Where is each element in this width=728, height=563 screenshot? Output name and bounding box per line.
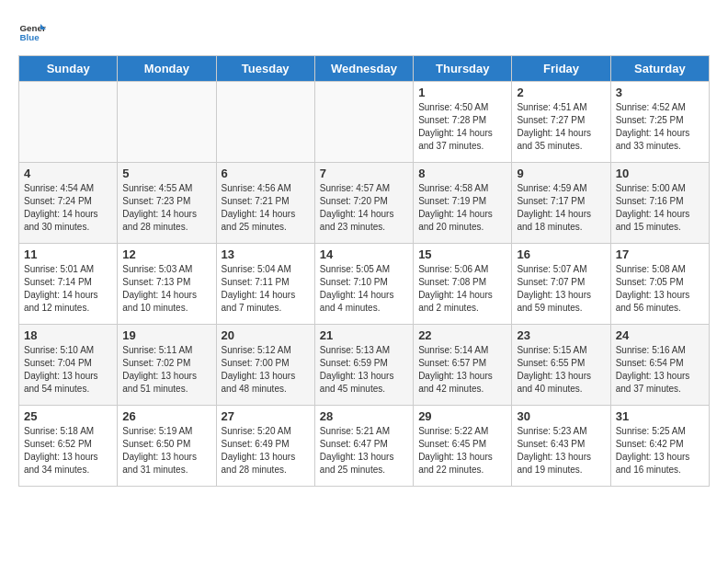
calendar-week-5: 25 Sunrise: 5:18 AM Sunset: 6:52 PM Dayl… [19, 406, 710, 487]
calendar-week-1: 1 Sunrise: 4:50 AM Sunset: 7:28 PM Dayli… [19, 82, 710, 163]
calendar-cell: 2 Sunrise: 4:51 AM Sunset: 7:27 PM Dayli… [512, 82, 610, 163]
calendar-cell: 17 Sunrise: 5:08 AM Sunset: 7:05 PM Dayl… [610, 244, 709, 325]
weekday-header-sunday: Sunday [19, 56, 118, 82]
calendar-cell: 16 Sunrise: 5:07 AM Sunset: 7:07 PM Dayl… [512, 244, 610, 325]
cell-content: Sunrise: 4:57 AM Sunset: 7:20 PM Dayligh… [320, 182, 408, 234]
cell-content: Sunrise: 5:14 AM Sunset: 6:57 PM Dayligh… [418, 344, 506, 396]
calendar-cell: 6 Sunrise: 4:56 AM Sunset: 7:21 PM Dayli… [216, 163, 314, 244]
cell-content: Sunrise: 4:59 AM Sunset: 7:17 PM Dayligh… [517, 182, 605, 234]
cell-content: Sunrise: 4:56 AM Sunset: 7:21 PM Dayligh… [222, 182, 310, 234]
calendar-cell: 8 Sunrise: 4:58 AM Sunset: 7:19 PM Dayli… [414, 163, 512, 244]
calendar-cell [19, 82, 118, 163]
day-number: 1 [418, 86, 506, 99]
cell-content: Sunrise: 5:10 AM Sunset: 7:04 PM Dayligh… [24, 344, 112, 396]
cell-content: Sunrise: 4:50 AM Sunset: 7:28 PM Dayligh… [418, 101, 506, 153]
day-number: 6 [222, 167, 310, 180]
cell-content: Sunrise: 5:19 AM Sunset: 6:50 PM Dayligh… [122, 425, 210, 477]
day-number: 31 [616, 409, 704, 423]
calendar-cell: 24 Sunrise: 5:16 AM Sunset: 6:54 PM Dayl… [610, 325, 709, 406]
calendar-cell: 19 Sunrise: 5:11 AM Sunset: 7:02 PM Dayl… [118, 325, 216, 406]
cell-content: Sunrise: 5:12 AM Sunset: 7:00 PM Dayligh… [222, 344, 310, 396]
day-number: 24 [616, 328, 704, 342]
calendar-week-2: 4 Sunrise: 4:54 AM Sunset: 7:24 PM Dayli… [19, 163, 710, 244]
day-number: 12 [122, 247, 210, 261]
day-number: 29 [418, 409, 506, 423]
weekday-header-thursday: Thursday [414, 56, 512, 82]
day-number: 20 [222, 328, 310, 342]
cell-content: Sunrise: 5:21 AM Sunset: 6:47 PM Dayligh… [320, 425, 408, 477]
day-number: 9 [517, 167, 605, 180]
cell-content: Sunrise: 5:05 AM Sunset: 7:10 PM Dayligh… [320, 263, 408, 315]
weekday-header-wednesday: Wednesday [314, 56, 413, 82]
cell-content: Sunrise: 5:16 AM Sunset: 6:54 PM Dayligh… [616, 344, 704, 396]
weekday-header-tuesday: Tuesday [216, 56, 314, 82]
cell-content: Sunrise: 4:52 AM Sunset: 7:25 PM Dayligh… [616, 101, 704, 153]
calendar-cell: 10 Sunrise: 5:00 AM Sunset: 7:16 PM Dayl… [610, 163, 709, 244]
day-number: 22 [418, 328, 506, 342]
calendar-cell: 30 Sunrise: 5:23 AM Sunset: 6:43 PM Dayl… [512, 406, 610, 487]
day-number: 8 [418, 167, 506, 180]
cell-content: Sunrise: 4:54 AM Sunset: 7:24 PM Dayligh… [24, 182, 112, 234]
day-number: 13 [222, 247, 310, 261]
calendar-cell: 12 Sunrise: 5:03 AM Sunset: 7:13 PM Dayl… [118, 244, 216, 325]
calendar-cell: 7 Sunrise: 4:57 AM Sunset: 7:20 PM Dayli… [314, 163, 413, 244]
calendar-cell [216, 82, 314, 163]
day-number: 27 [222, 409, 310, 423]
day-number: 11 [24, 247, 112, 261]
calendar-cell: 29 Sunrise: 5:22 AM Sunset: 6:45 PM Dayl… [414, 406, 512, 487]
calendar-cell: 4 Sunrise: 4:54 AM Sunset: 7:24 PM Dayli… [19, 163, 118, 244]
weekday-header-saturday: Saturday [610, 56, 709, 82]
calendar-cell [118, 82, 216, 163]
cell-content: Sunrise: 5:18 AM Sunset: 6:52 PM Dayligh… [24, 425, 112, 477]
cell-content: Sunrise: 5:20 AM Sunset: 6:49 PM Dayligh… [222, 425, 310, 477]
day-number: 10 [616, 167, 704, 180]
calendar-cell: 5 Sunrise: 4:55 AM Sunset: 7:23 PM Dayli… [118, 163, 216, 244]
cell-content: Sunrise: 4:51 AM Sunset: 7:27 PM Dayligh… [517, 101, 605, 153]
cell-content: Sunrise: 5:15 AM Sunset: 6:55 PM Dayligh… [517, 344, 605, 396]
weekday-header-row: SundayMondayTuesdayWednesdayThursdayFrid… [19, 56, 710, 82]
day-number: 30 [517, 409, 605, 423]
calendar-cell: 14 Sunrise: 5:05 AM Sunset: 7:10 PM Dayl… [314, 244, 413, 325]
day-number: 25 [24, 409, 112, 423]
cell-content: Sunrise: 5:08 AM Sunset: 7:05 PM Dayligh… [616, 263, 704, 315]
calendar-cell: 21 Sunrise: 5:13 AM Sunset: 6:59 PM Dayl… [314, 325, 413, 406]
cell-content: Sunrise: 5:11 AM Sunset: 7:02 PM Dayligh… [122, 344, 210, 396]
day-number: 19 [122, 328, 210, 342]
cell-content: Sunrise: 5:23 AM Sunset: 6:43 PM Dayligh… [517, 425, 605, 477]
cell-content: Sunrise: 5:22 AM Sunset: 6:45 PM Dayligh… [418, 425, 506, 477]
calendar-cell: 3 Sunrise: 4:52 AM Sunset: 7:25 PM Dayli… [610, 82, 709, 163]
cell-content: Sunrise: 4:58 AM Sunset: 7:19 PM Dayligh… [418, 182, 506, 234]
calendar-cell: 22 Sunrise: 5:14 AM Sunset: 6:57 PM Dayl… [414, 325, 512, 406]
calendar-cell: 27 Sunrise: 5:20 AM Sunset: 6:49 PM Dayl… [216, 406, 314, 487]
calendar-cell: 31 Sunrise: 5:25 AM Sunset: 6:42 PM Dayl… [610, 406, 709, 487]
cell-content: Sunrise: 5:03 AM Sunset: 7:13 PM Dayligh… [122, 263, 210, 315]
day-number: 28 [320, 409, 408, 423]
cell-content: Sunrise: 5:25 AM Sunset: 6:42 PM Dayligh… [616, 425, 704, 477]
cell-content: Sunrise: 5:01 AM Sunset: 7:14 PM Dayligh… [24, 263, 112, 315]
day-number: 3 [616, 86, 704, 99]
calendar-cell: 18 Sunrise: 5:10 AM Sunset: 7:04 PM Dayl… [19, 325, 118, 406]
day-number: 2 [517, 86, 605, 99]
day-number: 4 [24, 167, 112, 180]
day-number: 5 [122, 167, 210, 180]
day-number: 16 [517, 247, 605, 261]
logo: General Blue [18, 18, 46, 46]
day-number: 18 [24, 328, 112, 342]
calendar-week-3: 11 Sunrise: 5:01 AM Sunset: 7:14 PM Dayl… [19, 244, 710, 325]
calendar-cell: 25 Sunrise: 5:18 AM Sunset: 6:52 PM Dayl… [19, 406, 118, 487]
calendar-table: SundayMondayTuesdayWednesdayThursdayFrid… [18, 55, 710, 487]
cell-content: Sunrise: 5:13 AM Sunset: 6:59 PM Dayligh… [320, 344, 408, 396]
day-number: 7 [320, 167, 408, 180]
cell-content: Sunrise: 5:07 AM Sunset: 7:07 PM Dayligh… [517, 263, 605, 315]
calendar-cell: 23 Sunrise: 5:15 AM Sunset: 6:55 PM Dayl… [512, 325, 610, 406]
calendar-cell [314, 82, 413, 163]
calendar-week-4: 18 Sunrise: 5:10 AM Sunset: 7:04 PM Dayl… [19, 325, 710, 406]
page-header: General Blue [18, 18, 710, 46]
calendar-cell: 13 Sunrise: 5:04 AM Sunset: 7:11 PM Dayl… [216, 244, 314, 325]
calendar-cell: 28 Sunrise: 5:21 AM Sunset: 6:47 PM Dayl… [314, 406, 413, 487]
weekday-header-monday: Monday [118, 56, 216, 82]
day-number: 26 [122, 409, 210, 423]
day-number: 17 [616, 247, 704, 261]
cell-content: Sunrise: 5:00 AM Sunset: 7:16 PM Dayligh… [616, 182, 704, 234]
calendar-cell: 11 Sunrise: 5:01 AM Sunset: 7:14 PM Dayl… [19, 244, 118, 325]
